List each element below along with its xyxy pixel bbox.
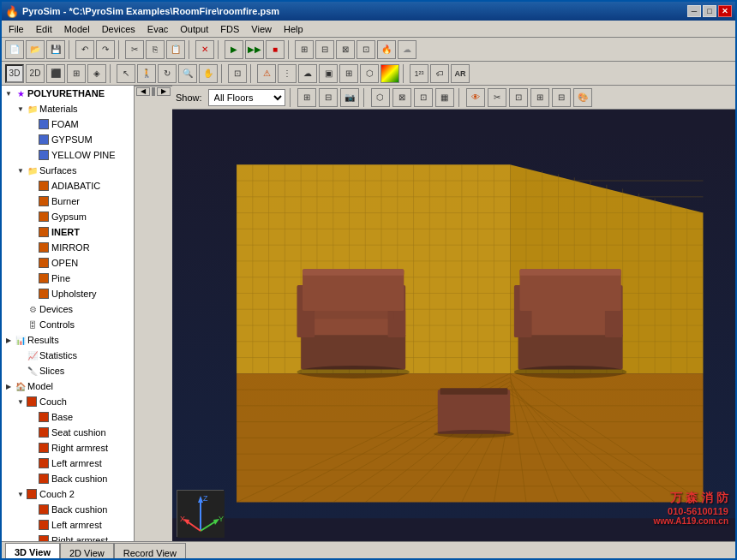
mesh2-button[interactable]: ⊟	[315, 40, 334, 59]
tree-item-inert[interactable]: INERT	[2, 224, 134, 240]
clip-btn[interactable]: ✂	[488, 88, 506, 107]
tree-scrollbar[interactable]: ◀▶	[135, 86, 172, 96]
restore-button[interactable]: □	[703, 5, 716, 17]
smoke2-btn[interactable]: ☁	[298, 64, 317, 83]
tree-item-couch2[interactable]: ▼Couch 2	[2, 486, 134, 502]
tree-item-burner[interactable]: Burner	[2, 194, 134, 209]
tree-item-upholstery[interactable]: Upholstery	[2, 286, 134, 301]
walk-btn[interactable]: 🚶	[137, 64, 156, 83]
tree-panel[interactable]: ▼★POLYURETHANE▼📁MaterialsFOAMGYPSUMYELLO…	[2, 86, 135, 541]
tree-item-open[interactable]: OPEN	[2, 255, 134, 271]
menu-model[interactable]: Model	[59, 22, 95, 36]
clip3-btn[interactable]: ⊞	[530, 88, 549, 107]
menu-output[interactable]: Output	[175, 22, 213, 36]
ar-btn[interactable]: AR	[451, 64, 470, 83]
smoke-button[interactable]: ☁	[398, 40, 416, 59]
viewport[interactable]: Z Y X 万 森 消 防 010-56100119 www.A119.com.…	[172, 110, 735, 541]
label-btn[interactable]: 🏷	[430, 64, 449, 83]
top-btn[interactable]: ⊠	[392, 88, 411, 107]
menu-view[interactable]: View	[246, 22, 277, 36]
num-btn[interactable]: 1²³	[410, 64, 428, 83]
scrollbar-thumb[interactable]	[153, 88, 154, 95]
color-btn[interactable]	[380, 64, 399, 83]
tree-item-back1[interactable]: Back cushion	[2, 471, 134, 486]
open-button[interactable]: 📂	[26, 40, 45, 59]
tree-item-seat1[interactable]: Seat cushion	[2, 425, 134, 440]
tree-item-surfaces[interactable]: ▼📁Surfaces	[2, 163, 134, 178]
tree-item-materials[interactable]: ▼📁Materials	[2, 101, 134, 116]
tree-item-back2[interactable]: Back cushion	[2, 502, 134, 517]
menu-help[interactable]: Help	[279, 22, 309, 36]
tree-item-gypsum[interactable]: GYPSUM	[2, 132, 134, 147]
tab-2d-view[interactable]: 2D View	[60, 543, 114, 560]
close-button[interactable]: ✕	[718, 5, 732, 17]
iso-btn[interactable]: ⬡	[371, 88, 390, 107]
tree-item-adiabatic[interactable]: ADIABATIC	[2, 178, 134, 194]
mesh-button[interactable]: ⊞	[295, 40, 314, 59]
particles-btn[interactable]: ⋮	[278, 64, 297, 83]
tree-item-yellowpine[interactable]: YELLOW PINE	[2, 147, 134, 163]
tree-item-mirror[interactable]: MIRROR	[2, 240, 134, 255]
tree-item-statistics[interactable]: 📈Statistics	[2, 348, 134, 363]
persp-btn[interactable]: ◈	[87, 64, 106, 83]
run-button[interactable]: ▶	[225, 40, 243, 59]
surface-btn[interactable]: ▣	[319, 64, 338, 83]
clip2-btn[interactable]: ⊡	[509, 88, 528, 107]
vis-btn[interactable]: 👁	[466, 88, 485, 107]
minimize-button[interactable]: ─	[687, 5, 701, 17]
zoom-btn[interactable]: 🔍	[178, 64, 197, 83]
menu-devices[interactable]: Devices	[97, 22, 141, 36]
menu-edit[interactable]: Edit	[31, 22, 57, 36]
tree-item-controls[interactable]: 🎛Controls	[2, 317, 134, 332]
tree-item-rarm1[interactable]: Right armrest	[2, 440, 134, 456]
paste-button[interactable]: 📋	[166, 40, 185, 59]
tree-item-devices[interactable]: ⚙Devices	[2, 301, 134, 317]
copy-button[interactable]: ⎘	[146, 40, 165, 59]
cut-button[interactable]: ✂	[125, 40, 144, 59]
fit-btn[interactable]: ⊡	[228, 64, 247, 83]
tree-item-slices[interactable]: 🔪Slices	[2, 363, 134, 378]
tree-item-gypsum2[interactable]: Gypsum	[2, 209, 134, 224]
menu-fds[interactable]: FDS	[215, 22, 244, 36]
save-button[interactable]: 💾	[46, 40, 65, 59]
show-floors-select[interactable]: All Floors Floor 1	[208, 89, 285, 106]
run2-button[interactable]: ▶▶	[245, 40, 264, 59]
photo-btn[interactable]: 📷	[340, 88, 359, 107]
new-button[interactable]: 📄	[5, 40, 24, 59]
tab-record-view[interactable]: Record View	[114, 543, 186, 560]
grid-button[interactable]: ⊡	[357, 40, 375, 59]
tree-item-pine[interactable]: Pine	[2, 271, 134, 286]
tree-item-base1[interactable]: Base	[2, 409, 134, 425]
scroll-left[interactable]: ◀	[136, 87, 150, 96]
view3d-btn[interactable]: 3D	[5, 64, 24, 83]
rotate-btn[interactable]: ↻	[158, 64, 177, 83]
geometry-btn[interactable]: ⬡	[360, 64, 379, 83]
pan-btn[interactable]: ✋	[199, 64, 218, 83]
tree-item-results[interactable]: ▶📊Results	[2, 332, 134, 348]
undo-button[interactable]: ↶	[75, 40, 94, 59]
select-btn[interactable]: ↖	[117, 64, 135, 83]
tree-item-rarm2[interactable]: Right armrest	[2, 533, 134, 541]
stop-button[interactable]: ■	[266, 40, 285, 59]
redo-button[interactable]: ↷	[96, 40, 115, 59]
menu-evac[interactable]: Evac	[142, 22, 173, 36]
clip4-btn[interactable]: ⊟	[552, 88, 571, 107]
tree-item-foam[interactable]: FOAM	[2, 116, 134, 132]
scroll-right[interactable]: ▶	[157, 87, 171, 96]
palette-btn[interactable]: 🎨	[573, 88, 592, 107]
ortho-btn[interactable]: ⊞	[67, 64, 86, 83]
render-btn[interactable]: ⬛	[46, 64, 65, 83]
front-btn[interactable]: ⊡	[414, 88, 433, 107]
fire-button[interactable]: 🔥	[377, 40, 396, 59]
fire2-btn[interactable]: ⚠	[257, 64, 276, 83]
snap-button[interactable]: ⊠	[336, 40, 355, 59]
tree-item-polyurethane[interactable]: ▼★POLYURETHANE	[2, 86, 134, 101]
menu-file[interactable]: File	[3, 22, 29, 36]
floors-btn[interactable]: ⊞	[297, 88, 316, 107]
tab-3d-view[interactable]: 3D View	[5, 543, 60, 560]
view2d-btn[interactable]: 2D	[26, 64, 45, 83]
mesh3-btn[interactable]: ⊞	[339, 64, 358, 83]
tree-item-larm2[interactable]: Left armrest	[2, 517, 134, 533]
tree-item-larm1[interactable]: Left armrest	[2, 456, 134, 471]
tree-item-couch1[interactable]: ▼Couch	[2, 394, 134, 409]
